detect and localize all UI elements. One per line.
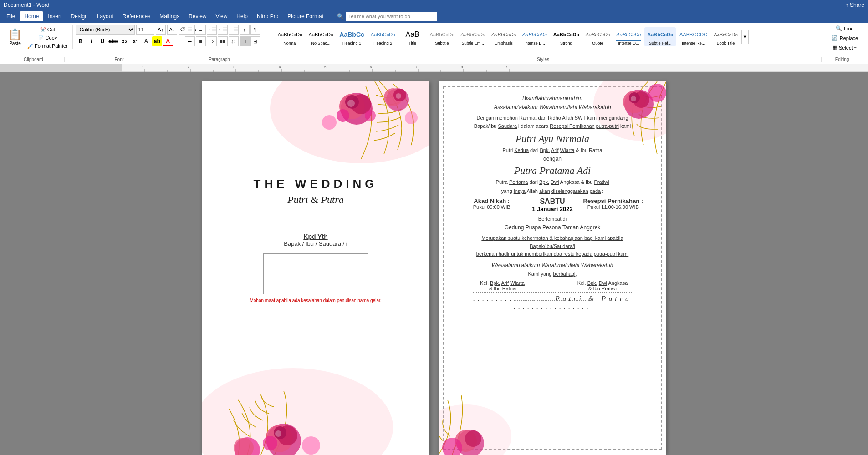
cut-button[interactable]: ✂️ Cut bbox=[26, 26, 70, 33]
strikethrough-button[interactable]: abc bbox=[108, 36, 118, 46]
family-right-line1: Kel. Bpk. Dwi Angkasa bbox=[562, 280, 643, 286]
style-heading2[interactable]: AaBbCcDc Heading 2 bbox=[368, 27, 398, 46]
numbering-button[interactable]: ≡ bbox=[196, 25, 206, 35]
indent-decrease-button[interactable]: ←☰ bbox=[218, 25, 228, 35]
svg-point-61 bbox=[465, 430, 481, 447]
shading-button[interactable]: □ bbox=[240, 36, 250, 46]
style-title[interactable]: AaB Title bbox=[399, 27, 426, 46]
align-right-button[interactable]: ⇒ bbox=[207, 36, 217, 46]
style-normal[interactable]: AaBbCcDc Normal bbox=[275, 27, 305, 46]
svg-text:2: 2 bbox=[188, 65, 190, 69]
menu-nitro[interactable]: Nitro Pro bbox=[252, 11, 283, 21]
menu-picture-format[interactable]: Picture Format bbox=[283, 11, 328, 21]
name-box[interactable] bbox=[263, 253, 368, 294]
show-marks-button[interactable]: ¶ bbox=[250, 25, 260, 35]
style-no-spacing[interactable]: AaBbCcDc No Spac... bbox=[306, 27, 336, 46]
font-family-select[interactable]: Calibri (Body) bbox=[76, 25, 135, 35]
style-subtle-em[interactable]: AaBbCcDc Subtle Em... bbox=[458, 27, 488, 46]
style-emphasis[interactable]: AaBbCcDc Emphasis bbox=[489, 27, 519, 46]
align-left-button[interactable]: ⬅ bbox=[185, 36, 195, 46]
select-button[interactable]: ▦ Select ~ bbox=[831, 44, 859, 51]
bold-button[interactable]: B bbox=[76, 36, 86, 46]
style-quote[interactable]: AaBbCcDc Quote bbox=[583, 27, 613, 46]
find-button[interactable]: 🔍 Find bbox=[834, 25, 855, 32]
bismillah-text: Bismillahirrahmanirrahim bbox=[461, 95, 643, 101]
yang-text: yang Insya Allah akan diselenggarakan pa… bbox=[461, 188, 643, 194]
document-area: THE WEDDING Putri & Putra Kpd Yth Bapak … bbox=[0, 72, 868, 455]
highlight-button[interactable]: ab bbox=[152, 36, 162, 46]
text-effects-button[interactable]: A bbox=[141, 36, 151, 46]
right-page: Bismillahirrahmanirrahim Assalamu'alaiku… bbox=[439, 81, 666, 455]
style-intense-e[interactable]: AaBbCcDc Intense E... bbox=[520, 27, 550, 46]
decrease-font-button[interactable]: A↓ bbox=[167, 25, 177, 35]
style-strong[interactable]: AaBbCcDc Strong bbox=[551, 27, 582, 46]
event-grid: Akad Nikah : Pukul 09:00 WIB SABTU 1 Jan… bbox=[461, 197, 643, 212]
bride-name: Putri Ayu Nirmala bbox=[461, 133, 643, 145]
increase-font-button[interactable]: A↑ bbox=[156, 25, 166, 35]
style-heading1[interactable]: AaBbCc Heading 1 bbox=[337, 27, 367, 46]
recipient-title: Kpd Yth bbox=[284, 233, 347, 240]
font-size-input[interactable] bbox=[136, 25, 154, 35]
svg-text:1: 1 bbox=[142, 65, 144, 69]
akad-title: Akad Nikah : bbox=[461, 197, 522, 204]
right-floral-bottom bbox=[439, 373, 530, 455]
borders-button[interactable]: ⊞ bbox=[250, 36, 260, 46]
groom-parents: Putra Pertama dari Bpk. Dwi Angkasa & Ib… bbox=[461, 179, 643, 185]
style-subtle-ref[interactable]: AaBbCcDc Subtle Ref... bbox=[644, 27, 676, 46]
underline-button[interactable]: U bbox=[97, 36, 107, 46]
style-intense-re[interactable]: AaBbCcDc Intense Re... bbox=[677, 27, 710, 46]
bullets-button[interactable]: ☰ bbox=[185, 25, 195, 35]
style-book-title[interactable]: AaBbCcDc Book Title bbox=[711, 27, 740, 46]
format-painter-icon: 🖌️ bbox=[27, 44, 33, 49]
wedding-names: Putri & Putra bbox=[287, 194, 343, 206]
svg-text:4: 4 bbox=[279, 65, 281, 69]
style-subtitle[interactable]: AaBbCcDc Subtitle bbox=[427, 27, 457, 46]
menu-mailings[interactable]: Mailings bbox=[155, 11, 184, 21]
search-input[interactable] bbox=[346, 12, 437, 21]
font-color-button[interactable]: A bbox=[163, 36, 173, 46]
menu-review[interactable]: Review bbox=[184, 11, 211, 21]
merupakan-text: Merupakan suatu kehormatan & kebahagiaan… bbox=[461, 234, 643, 258]
multilevel-button[interactable]: ⋮☰ bbox=[207, 25, 217, 35]
editing-group: 🔍 Find 🔄 Replace ▦ Select ~ bbox=[824, 25, 865, 49]
indent-increase-button[interactable]: →☰ bbox=[229, 25, 239, 35]
menu-insert[interactable]: Insert bbox=[43, 11, 66, 21]
resepsi-title: Resepsi Pernikahan : bbox=[583, 197, 643, 204]
left-page: THE WEDDING Putri & Putra Kpd Yth Bapak … bbox=[202, 81, 429, 455]
menu-references[interactable]: References bbox=[118, 11, 155, 21]
format-painter-button[interactable]: 🖌️ Format Painter bbox=[26, 42, 70, 50]
justify-button[interactable]: ≡≡ bbox=[218, 36, 228, 46]
styles-more-button[interactable]: ▼ bbox=[741, 30, 749, 44]
superscript-button[interactable]: x² bbox=[130, 36, 140, 46]
subscript-button[interactable]: x₂ bbox=[119, 36, 129, 46]
clipboard-label: Clipboard bbox=[5, 57, 65, 62]
floral-bottom-decoration bbox=[202, 345, 429, 455]
svg-text:6: 6 bbox=[370, 65, 372, 69]
replace-button[interactable]: 🔄 Replace bbox=[830, 34, 860, 42]
line-spacing-button[interactable]: ↕↕ bbox=[229, 36, 239, 46]
bride-parents: Putri Kedua dari Bpk. Arif Wiarta & Ibu … bbox=[461, 147, 643, 153]
style-intense-q[interactable]: AaBbCcDc Intense Q... bbox=[613, 27, 643, 46]
copy-button[interactable]: 📄 Copy bbox=[26, 34, 70, 41]
menu-view[interactable]: View bbox=[211, 11, 232, 21]
share-btn[interactable]: ↑ Share bbox=[846, 2, 864, 8]
sort-button[interactable]: ↕ bbox=[240, 25, 250, 35]
italic-button[interactable]: I bbox=[87, 36, 97, 46]
menu-file[interactable]: File bbox=[2, 11, 20, 21]
paste-button[interactable]: 📋 Paste bbox=[5, 27, 25, 47]
menu-help[interactable]: Help bbox=[232, 11, 252, 21]
menu-bar: File Home Insert Design Layout Reference… bbox=[0, 10, 868, 23]
family-left-line1: Kel. Bpk. Arif Wiarta bbox=[461, 280, 543, 286]
menu-design[interactable]: Design bbox=[66, 11, 92, 21]
menu-layout[interactable]: Layout bbox=[92, 11, 118, 21]
wassalamu-text: Wassalamu'alaikum Warahmatullahi Wabarak… bbox=[461, 262, 643, 268]
paragraph-group: ☰ ≡ ⋮☰ ←☰ →☰ ↕ ¶ ⬅ ≡ ⇒ ≡≡ ↕↕ □ ⊞ bbox=[182, 25, 273, 49]
svg-text:5: 5 bbox=[324, 65, 327, 69]
menu-home[interactable]: Home bbox=[20, 11, 43, 21]
format-row: B I U abc x₂ x² A ab A bbox=[76, 36, 173, 46]
apology-text: Mohon maaf apabila ada kesalahan dalam p… bbox=[250, 298, 381, 303]
search-icon: 🔍 bbox=[836, 25, 842, 31]
scissors-icon: ✂️ bbox=[40, 27, 46, 32]
align-center-button[interactable]: ≡ bbox=[196, 36, 206, 46]
editing-label: Editing bbox=[822, 57, 863, 62]
